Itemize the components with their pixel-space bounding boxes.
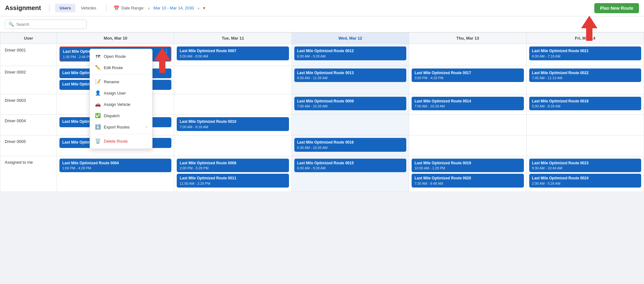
menu-export-routes[interactable]: ⬇️ Export Routes › [90, 121, 152, 133]
route-time: 6:00 AM - 7:18 AM [532, 54, 638, 58]
route-time: 6:00 AM - 9:28 AM [297, 166, 403, 170]
route-time: 6:00 AM - 9:28 AM [297, 54, 403, 58]
tab-users[interactable]: Users [55, 4, 75, 12]
route-time: 9:30 AM - 10:44 AM [532, 166, 638, 170]
cell-thu-row5: Last Mile Optimized Route 001910:00 AM -… [409, 156, 526, 192]
col-fri: Fri, Mar 14 [526, 33, 644, 44]
cell-wed-row0: Last Mile Optimized Route 00126:00 AM - … [291, 44, 409, 66]
cell-wed-row5: Last Mile Optimized Route 00156:00 AM - … [291, 156, 409, 192]
route-title: Last Mile Optimized Route 0014 [414, 99, 521, 104]
tab-vehicles[interactable]: Vehicles [77, 4, 101, 12]
route-card[interactable]: Last Mile Optimized Route 00082:00 PM - … [177, 159, 289, 172]
route-card[interactable]: Last Mile Optimized Route 00227:45 AM - … [529, 68, 641, 82]
route-title: Last Mile Optimized Route 0024 [532, 176, 638, 181]
context-menu: 🗺 Open Route ✏️ Edit Route 📝 Rename 👤 As… [90, 49, 153, 149]
route-time: 2:00 PM - 5:28 PM [180, 166, 286, 170]
menu-edit-route-label: Edit Route [104, 65, 123, 70]
table-row: Assigned to meLast Mile Optimized Route … [0, 156, 644, 192]
cell-wed-row3 [291, 115, 409, 135]
route-card[interactable]: Last Mile Optimized Route 00216:00 AM - … [529, 46, 641, 60]
menu-delete-route[interactable]: 🗑️ Delete Route [90, 135, 152, 147]
next-date-btn[interactable]: › [196, 5, 201, 11]
date-dropdown-icon[interactable]: ▾ [203, 6, 205, 10]
menu-dispatch[interactable]: ✅ Dispatch [90, 110, 152, 121]
col-user: User [0, 33, 57, 44]
route-time: 7:00 AM - 10:28 AM [414, 104, 521, 108]
route-time: 2:00 AM - 5:28 AM [532, 182, 638, 185]
cell-tue-row1 [174, 66, 291, 94]
dispatch-icon: ✅ [95, 113, 101, 118]
search-input[interactable] [16, 22, 83, 27]
route-card[interactable]: Last Mile Optimized Route 00041:00 PM - … [59, 159, 171, 172]
menu-delete-route-label: Delete Route [104, 139, 128, 144]
route-title: Last Mile Optimized Route 0021 [532, 49, 638, 54]
menu-divider1 [90, 74, 152, 75]
menu-dispatch-label: Dispatch [104, 113, 120, 118]
route-card[interactable]: Last Mile Optimized Route 00126:00 AM - … [294, 46, 406, 60]
route-time: 8:00 AM - 11:28 AM [297, 76, 403, 80]
route-title: Last Mile Optimized Route 0007 [180, 49, 286, 54]
route-card[interactable]: Last Mile Optimized Route 00138:00 AM - … [294, 68, 406, 82]
route-title: Last Mile Optimized Route 0018 [532, 99, 638, 104]
prev-date-btn[interactable]: ‹ [146, 5, 152, 11]
route-card[interactable]: Last Mile Optimized Route 00107:00 AM - … [177, 117, 289, 131]
route-card[interactable]: Last Mile Optimized Route 00185:00 AM - … [529, 97, 641, 111]
cell-fri-row0: Last Mile Optimized Route 00216:00 AM - … [526, 44, 644, 66]
route-card[interactable]: Last Mile Optimized Route 00147:00 AM - … [412, 97, 524, 111]
cell-thu-row1: Last Mile Optimized Route 00173:00 PM - … [409, 66, 526, 94]
route-time: 3:00 PM - 4:18 PM [414, 76, 521, 80]
menu-open-route[interactable]: 🗺 Open Route [90, 51, 152, 62]
route-title: Last Mile Optimized Route 0009 [297, 99, 403, 104]
route-card[interactable]: Last Mile Optimized Route 00075:00 AM - … [177, 46, 289, 60]
route-title: Last Mile Optimized Route 0004 [62, 161, 169, 166]
cell-tue-row0: Last Mile Optimized Route 00075:00 AM - … [174, 44, 291, 66]
cell-wed-row4: Last Mile Optimized Route 00166:30 AM - … [291, 135, 409, 156]
route-more-button[interactable]: ⋮ [164, 49, 169, 54]
col-wed: Wed, Mar 12 [291, 33, 409, 44]
date-range-label: Date Range: [121, 6, 144, 10]
route-title: Last Mile Optimized Route 0020 [414, 176, 521, 181]
route-time: 7:45 AM - 11:13 AM [532, 76, 638, 80]
menu-rename-label: Rename [104, 79, 119, 84]
route-time: 11:00 AM - 2:28 PM [180, 182, 286, 185]
cell-fri-row5: Last Mile Optimized Route 00239:30 AM - … [526, 156, 644, 192]
search-bar: 🔍 [0, 16, 644, 32]
menu-assign-user[interactable]: 👤 Assign User [90, 87, 152, 99]
route-card[interactable]: Last Mile Optimized Route 00239:30 AM - … [529, 159, 641, 172]
menu-assign-vehicle[interactable]: 🚗 Assign Vehicle [90, 99, 152, 110]
plan-new-route-button[interactable]: Plan New Route [594, 3, 639, 13]
assign-vehicle-icon: 🚗 [95, 101, 101, 107]
cell-tue-row2 [174, 94, 291, 115]
user-cell: Driver 0004 [0, 115, 57, 135]
route-card[interactable]: Last Mile Optimized Route 00242:00 AM - … [529, 174, 641, 188]
route-title: Last Mile Optimized Route 0011 [180, 176, 286, 181]
route-time: 5:00 AM - 8:28 AM [532, 104, 638, 108]
open-route-icon: 🗺 [95, 54, 101, 59]
route-time: 10:00 AM - 1:28 PM [414, 166, 521, 170]
header-row: User Mon, Mar 10 Tue, Mar 11 Wed, Mar 12… [0, 33, 644, 44]
assign-user-icon: 👤 [95, 90, 101, 96]
app-title: Assignment [5, 4, 41, 12]
route-title: Last Mile Optimized Route 0015 [297, 161, 403, 166]
route-card[interactable]: Last Mile Optimized Route 00156:00 AM - … [294, 159, 406, 172]
route-time: 5:00 AM - 8:00 AM [180, 54, 286, 58]
cell-fri-row2: Last Mile Optimized Route 00185:00 AM - … [526, 94, 644, 115]
route-title: Last Mile Optimized Route 0022 [532, 71, 638, 76]
route-card[interactable]: Last Mile Optimized Route 00097:00 AM - … [294, 97, 406, 111]
route-card[interactable]: Last Mile Optimized Route 00166:30 AM - … [294, 138, 406, 152]
export-routes-icon: ⬇️ [95, 124, 101, 130]
nav-tabs: Users Vehicles [55, 4, 101, 12]
menu-open-route-label: Open Route [104, 54, 126, 59]
route-title: Last Mile Optimized Route 0016 [297, 140, 403, 145]
route-card[interactable]: Last Mile Optimized Route 00207:30 AM - … [412, 174, 524, 188]
user-cell: Driver 0005 [0, 135, 57, 156]
top-bar: Assignment Users Vehicles 📅 Date Range: … [0, 0, 644, 16]
route-title: Last Mile Optimized Route 0012 [297, 49, 403, 54]
menu-rename[interactable]: 📝 Rename [90, 76, 152, 87]
divider [49, 4, 49, 12]
menu-edit-route[interactable]: ✏️ Edit Route [90, 62, 152, 73]
route-card[interactable]: Last Mile Optimized Route 001910:00 AM -… [412, 159, 524, 172]
route-card[interactable]: Last Mile Optimized Route 00173:00 PM - … [412, 68, 524, 82]
user-cell: Assigned to me [0, 156, 57, 192]
route-card[interactable]: Last Mile Optimized Route 001111:00 AM -… [177, 174, 289, 188]
